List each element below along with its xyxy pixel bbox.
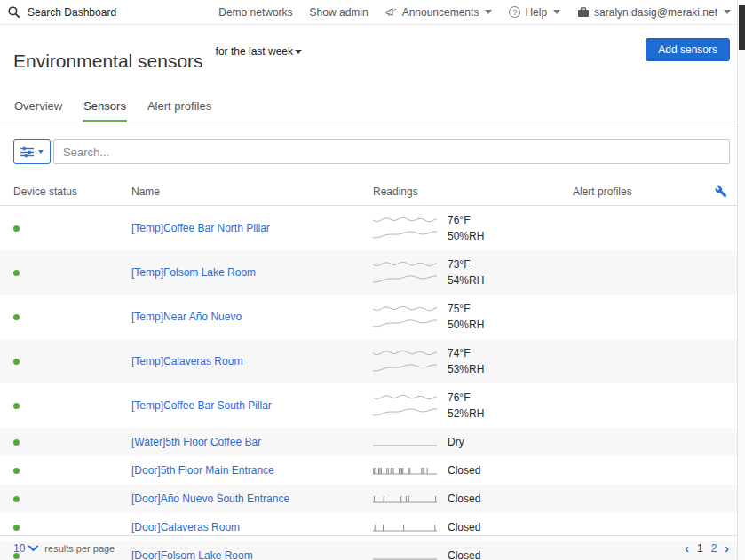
name-cell: [Temp]Near Año Nuevo bbox=[131, 311, 373, 323]
table-row: [Door]5th Floor Main EntranceClosed bbox=[0, 456, 745, 485]
reading-line: 74°F bbox=[373, 347, 573, 359]
table-row: [Temp]Calaveras Room74°F53%RH bbox=[0, 339, 745, 383]
readings-cell: 76°F50%RH bbox=[373, 214, 573, 242]
reading-value: 76°F bbox=[448, 214, 470, 226]
page-size-value: 10 bbox=[13, 542, 25, 555]
device-status-cell bbox=[13, 311, 131, 323]
announcements-menu[interactable]: Announcements bbox=[385, 6, 493, 19]
readings-cell: Closed bbox=[373, 521, 573, 533]
chevron-down-icon bbox=[38, 150, 44, 154]
sensor-link[interactable]: [Temp]Near Año Nuevo bbox=[131, 311, 242, 323]
name-cell: [Door]Calaveras Room bbox=[131, 521, 373, 533]
reading-line: 54%RH bbox=[373, 274, 573, 287]
readings-cell: 76°F52%RH bbox=[373, 391, 573, 420]
tab-alert-profiles[interactable]: Alert profiles bbox=[147, 94, 212, 122]
door-sparkline bbox=[373, 464, 437, 477]
table-settings-wrench-icon[interactable] bbox=[715, 185, 727, 198]
status-online-dot bbox=[13, 270, 20, 276]
help-menu[interactable]: ? Help bbox=[509, 6, 560, 19]
readings-cell: Closed bbox=[373, 493, 573, 505]
sensor-link[interactable]: [Temp]Coffee Bar North Pillar bbox=[131, 222, 270, 234]
table-row: [Temp]Coffee Bar North Pillar76°F50%RH bbox=[0, 206, 745, 250]
temp-sparkline bbox=[373, 258, 437, 271]
readings-cell: 74°F53%RH bbox=[373, 347, 573, 375]
sensor-link[interactable]: [Door]Año Nuevo South Entrance bbox=[131, 493, 289, 505]
column-header-alert-profiles: Alert profiles bbox=[573, 185, 715, 198]
table-header-row: Device status Name Readings Alert profil… bbox=[0, 177, 745, 206]
chevron-down-icon bbox=[28, 545, 38, 552]
show-admin-link[interactable]: Show admin bbox=[310, 6, 369, 19]
status-online-dot bbox=[13, 225, 20, 232]
status-online-dot bbox=[13, 403, 20, 409]
previous-page-button[interactable]: ‹ bbox=[685, 542, 689, 555]
search-icon bbox=[8, 6, 20, 18]
filter-sliders-icon bbox=[20, 146, 34, 158]
name-cell: [Temp]Coffee Bar North Pillar bbox=[131, 222, 373, 234]
status-online-dot bbox=[13, 468, 20, 474]
reading-value: 50%RH bbox=[448, 319, 484, 331]
column-header-device-status: Device status bbox=[13, 185, 131, 198]
scrollbar-thumb[interactable] bbox=[739, 5, 745, 50]
dashboard-search-label: Search Dashboard bbox=[28, 6, 116, 19]
tab-overview[interactable]: Overview bbox=[13, 94, 63, 122]
status-online-dot bbox=[13, 496, 20, 502]
reading-line: 73°F bbox=[373, 258, 573, 271]
briefcase-icon bbox=[577, 7, 590, 18]
temp-sparkline bbox=[373, 347, 437, 359]
table-row: [Temp]Coffee Bar South Pillar76°F52%RH bbox=[0, 383, 745, 428]
help-label: Help bbox=[525, 6, 547, 19]
next-page-button[interactable]: › bbox=[725, 542, 729, 555]
table-footer: 10 results per page ‹ 12 › bbox=[0, 535, 745, 560]
table-body: [Temp]Coffee Bar North Pillar76°F50%RH[T… bbox=[0, 206, 745, 560]
status-online-dot bbox=[13, 359, 20, 365]
page-number-1[interactable]: 1 bbox=[697, 542, 703, 555]
device-status-cell bbox=[13, 436, 131, 448]
name-cell: [Temp]Coffee Bar South Pillar bbox=[131, 399, 373, 412]
chevron-down-icon bbox=[295, 50, 302, 54]
reading-value: 75°F bbox=[448, 303, 470, 315]
sensor-link[interactable]: [Water]5th Floor Coffee Bar bbox=[131, 436, 261, 448]
chevron-down-icon bbox=[553, 10, 560, 14]
humidity-sparkline bbox=[373, 274, 437, 287]
device-status-cell bbox=[13, 493, 131, 505]
reading-value: 74°F bbox=[448, 347, 470, 359]
reading-value: Closed bbox=[448, 521, 480, 533]
column-header-name: Name bbox=[131, 185, 373, 198]
reading-value: 53%RH bbox=[448, 363, 484, 375]
sensor-link[interactable]: [Door]5th Floor Main Entrance bbox=[131, 464, 274, 477]
filter-button[interactable] bbox=[13, 139, 51, 164]
device-status-cell bbox=[13, 464, 131, 477]
timespan-label: for the last week bbox=[216, 45, 293, 58]
sensor-link[interactable]: [Temp]Folsom Lake Room bbox=[131, 266, 256, 279]
announcements-label: Announcements bbox=[402, 6, 479, 19]
reading-line: 76°F bbox=[373, 391, 573, 404]
page-number-2[interactable]: 2 bbox=[711, 542, 717, 555]
readings-cell: Closed bbox=[373, 464, 573, 477]
account-menu[interactable]: saralyn.dasig@meraki.net bbox=[577, 6, 731, 19]
reading-line: Dry bbox=[373, 436, 573, 448]
demo-networks-link[interactable]: Demo networks bbox=[218, 6, 292, 19]
sensor-link[interactable]: [Temp]Coffee Bar South Pillar bbox=[131, 399, 272, 412]
device-status-cell bbox=[13, 399, 131, 412]
temp-sparkline bbox=[373, 303, 437, 315]
search-input[interactable] bbox=[53, 139, 730, 164]
top-navigation-bar: Search Dashboard Demo networks Show admi… bbox=[0, 0, 745, 25]
reading-value: 50%RH bbox=[448, 230, 484, 242]
table-toolbar bbox=[13, 139, 730, 164]
add-sensors-button[interactable]: Add sensors bbox=[646, 38, 730, 61]
page-size-selector[interactable]: 10 bbox=[13, 542, 38, 555]
readings-cell: 73°F54%RH bbox=[373, 258, 573, 287]
chevron-down-icon bbox=[724, 10, 731, 14]
chevron-down-icon bbox=[485, 10, 492, 14]
sensor-link[interactable]: [Door]Calaveras Room bbox=[131, 521, 240, 533]
vertical-scrollbar[interactable] bbox=[737, 0, 745, 560]
timespan-selector[interactable]: for the last week bbox=[216, 45, 302, 58]
sensor-link[interactable]: [Temp]Calaveras Room bbox=[131, 355, 242, 367]
pagination: ‹ 12 › bbox=[685, 542, 729, 555]
account-email: saralyn.dasig@meraki.net bbox=[594, 6, 717, 19]
table-row: [Door]Año Nuevo South EntranceClosed bbox=[0, 485, 745, 513]
dashboard-search[interactable]: Search Dashboard bbox=[8, 6, 116, 19]
tab-sensors[interactable]: Sensors bbox=[83, 94, 127, 122]
readings-cell: Dry bbox=[373, 436, 573, 448]
temp-sparkline bbox=[373, 391, 437, 404]
